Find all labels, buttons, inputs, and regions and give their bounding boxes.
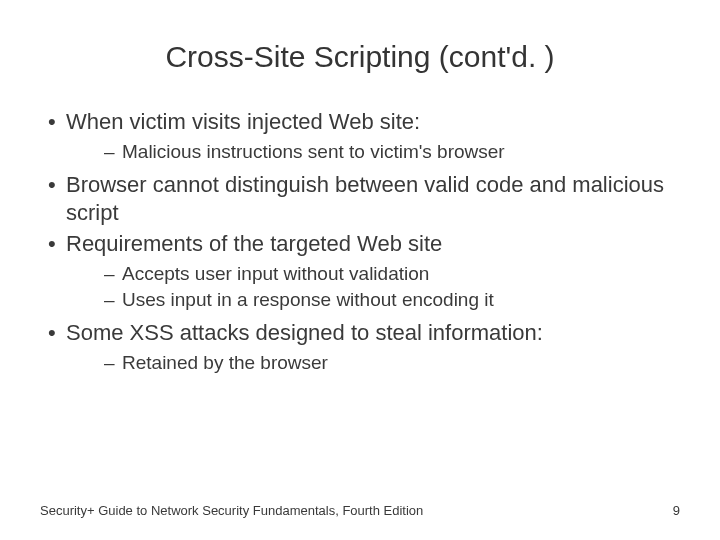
sub-list-item: Uses input in a response without encodin… <box>66 288 680 312</box>
list-item: Browser cannot distinguish between valid… <box>40 171 680 226</box>
page-number: 9 <box>673 503 680 518</box>
footer: Security+ Guide to Network Security Fund… <box>40 503 680 518</box>
list-item: Requirements of the targeted Web site Ac… <box>40 230 680 311</box>
list-item: When victim visits injected Web site: Ma… <box>40 108 680 163</box>
bullet-text: Browser cannot distinguish between valid… <box>66 172 664 225</box>
sub-list-item: Malicious instructions sent to victim's … <box>66 140 680 164</box>
sub-list: Accepts user input without validation Us… <box>66 262 680 312</box>
list-item: Some XSS attacks designed to steal infor… <box>40 319 680 374</box>
bullet-text: When victim visits injected Web site: <box>66 109 420 134</box>
bullet-list: When victim visits injected Web site: Ma… <box>40 108 680 375</box>
sub-list-item: Accepts user input without validation <box>66 262 680 286</box>
bullet-text: Requirements of the targeted Web site <box>66 231 442 256</box>
sub-list-item: Retained by the browser <box>66 351 680 375</box>
footer-source: Security+ Guide to Network Security Fund… <box>40 503 423 518</box>
bullet-text: Some XSS attacks designed to steal infor… <box>66 320 543 345</box>
sub-list: Malicious instructions sent to victim's … <box>66 140 680 164</box>
slide: Cross-Site Scripting (cont'd. ) When vic… <box>0 0 720 540</box>
sub-list: Retained by the browser <box>66 351 680 375</box>
slide-title: Cross-Site Scripting (cont'd. ) <box>40 40 680 74</box>
